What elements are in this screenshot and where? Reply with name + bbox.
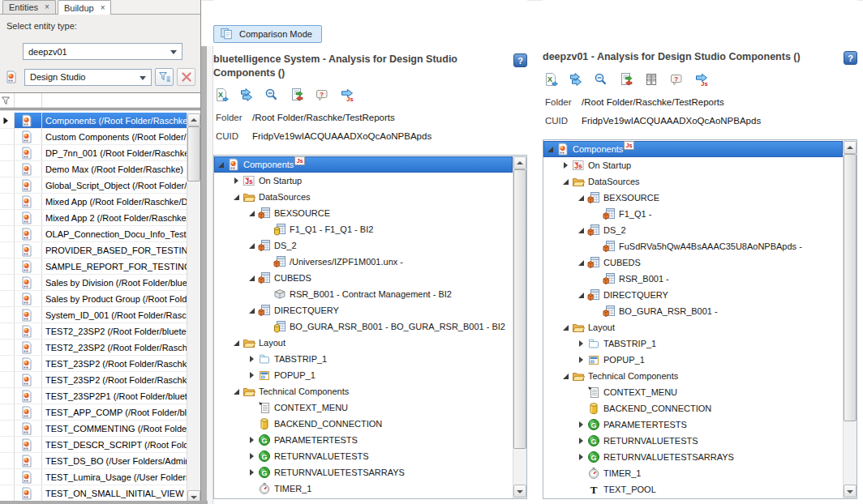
scrollbar-thumb[interactable] xyxy=(187,126,200,182)
tree-row[interactable]: DS_2 xyxy=(543,222,843,238)
scroll-up-button[interactable] xyxy=(513,156,526,169)
list-item[interactable]: DP_7nn_001 (/Root Folder/Raschke/T xyxy=(0,145,200,161)
tab-close-icon[interactable]: × xyxy=(101,4,105,12)
tree-row[interactable]: DIRECTQUERY xyxy=(543,287,843,303)
tree-row[interactable]: BEXSOURCE xyxy=(543,190,843,206)
question-bubble-icon[interactable]: ? xyxy=(668,72,685,87)
tree-row[interactable]: BO_GURA_RSR_B001 - xyxy=(543,303,843,319)
help-button[interactable]: ? xyxy=(513,53,527,67)
scroll-down-button[interactable] xyxy=(187,490,200,503)
expand-expander-icon[interactable] xyxy=(230,177,243,184)
tree-row[interactable]: GRETURNVALUETESTSARRAYS xyxy=(214,464,513,481)
expand-expander-icon[interactable] xyxy=(245,437,258,443)
tree-row[interactable]: DataSources xyxy=(543,173,843,190)
scroll-up-button[interactable] xyxy=(844,141,857,154)
collapse-expander-icon[interactable] xyxy=(559,374,572,379)
tree-row[interactable]: CONTEXT_MENU xyxy=(543,384,843,400)
collapse-expander-icon[interactable] xyxy=(574,260,587,266)
expand-expander-icon[interactable] xyxy=(245,356,258,362)
filter-cell-text[interactable] xyxy=(42,93,200,108)
tree-row[interactable]: BACKEND_CONNECTION xyxy=(543,400,843,416)
entity-type-dropdown[interactable]: Design Studio xyxy=(24,69,152,86)
list-item[interactable]: TEST_ON_SMALL_INITIAL_VIEW (/Rc xyxy=(0,485,200,502)
tree-row[interactable]: ComponentsJs xyxy=(214,156,513,173)
expand-expander-icon[interactable] xyxy=(245,453,258,459)
tab-entities[interactable]: Entities× xyxy=(2,0,56,14)
list-item[interactable]: Mixed App (/Root Folder/Raschke/De xyxy=(0,194,200,210)
collapse-expander-icon[interactable] xyxy=(245,275,258,281)
tree-row[interactable]: Technical Components xyxy=(543,368,843,384)
collapse-expander-icon[interactable] xyxy=(230,194,243,200)
filter-button[interactable] xyxy=(155,68,174,86)
question-bubble-icon[interactable]: ? xyxy=(314,88,330,102)
grid-filter-row[interactable] xyxy=(0,93,200,110)
tree-row[interactable]: TABSTRIP_1 xyxy=(214,351,513,367)
list-item[interactable]: TEST_DS_BO (/User Folders/Administ xyxy=(0,453,200,469)
scroll-down-button[interactable] xyxy=(513,485,526,498)
tree-row[interactable]: TIMER_1 xyxy=(543,465,843,481)
tree-row[interactable]: FuSdRVa5hQwA4BsAAAC35U8AoNPBApds - xyxy=(543,238,843,254)
list-item[interactable]: TEST_APP_COMP (/Root Folder/bluet xyxy=(0,404,200,421)
tree-row[interactable]: CUBEDS xyxy=(214,270,513,286)
tree-row[interactable]: POPUP_1 xyxy=(543,352,843,368)
list-item[interactable]: Mixed App 2 (/Root Folder/Raschke/D xyxy=(0,210,200,226)
list-item[interactable]: PROVIDER_BASED_FOR_TESTING (/F xyxy=(0,242,200,258)
expand-expander-icon[interactable] xyxy=(574,454,587,460)
list-item[interactable]: Sales by Product Group (/Root Folder xyxy=(0,291,200,307)
list-item[interactable]: Demo Max (/Root Folder/Raschke) xyxy=(0,161,200,177)
tree-row[interactable]: Layout xyxy=(543,319,843,335)
tree-row[interactable]: Technical Components xyxy=(214,383,513,399)
tree-row[interactable]: ComponentsJs xyxy=(543,141,843,157)
collapse-expander-icon[interactable] xyxy=(214,162,227,168)
expand-expander-icon[interactable] xyxy=(245,372,258,378)
tree-row[interactable]: POPUP_1 xyxy=(214,367,513,383)
tree-row[interactable]: JsOn Startup xyxy=(543,157,843,173)
tree-row[interactable]: /Universes/IZPF1M001.unx - xyxy=(214,254,513,270)
help-button[interactable]: ? xyxy=(844,51,857,65)
entity-list-scrollbar[interactable] xyxy=(187,113,200,504)
comparison-mode-button[interactable]: Comparison Mode xyxy=(213,25,322,43)
system-dropdown[interactable]: deepzv01 xyxy=(23,43,182,60)
scroll-down-button[interactable] xyxy=(844,485,857,498)
tree-row[interactable]: JsOn Startup xyxy=(214,173,513,189)
collapse-expander-icon[interactable] xyxy=(574,195,587,201)
list-item[interactable]: Global_Script_Object (/Root Folder/R xyxy=(0,177,200,194)
tree-row[interactable]: BACKEND_CONNECTION xyxy=(214,416,513,432)
tree-row[interactable]: CUBEDS xyxy=(543,254,843,271)
collapse-expander-icon[interactable] xyxy=(559,179,572,185)
tree-row[interactable]: CONTEXT_MENU xyxy=(214,399,513,416)
tree-row[interactable]: GRETURNVALUETESTSARRAYS xyxy=(543,449,843,465)
tree-row[interactable]: GPARAMETERTESTS xyxy=(543,416,843,433)
list-item[interactable]: TEST_23SP2 (/Root Folder/Raschke/L xyxy=(0,372,200,388)
list-item[interactable]: TEST_DESCR_SCRIPT (/Root Folder/F xyxy=(0,437,200,453)
expand-expander-icon[interactable] xyxy=(245,469,258,476)
expand-expander-icon[interactable] xyxy=(574,438,587,444)
tree-scrollbar[interactable] xyxy=(513,156,526,498)
list-item[interactable]: Components (/Root Folder/Raschke/T xyxy=(0,113,200,129)
list-item[interactable]: Custom Components (/Root Folder/Ra xyxy=(0,129,200,145)
tree-row[interactable]: DS_2 xyxy=(214,237,513,254)
collapse-expander-icon[interactable] xyxy=(245,308,258,314)
collapse-expander-icon[interactable] xyxy=(230,389,243,395)
expand-expander-icon[interactable] xyxy=(574,357,587,363)
panel-splitter[interactable] xyxy=(201,46,207,504)
collapse-expander-icon[interactable] xyxy=(543,147,556,152)
tree-row[interactable]: DIRECTQUERY xyxy=(214,302,513,318)
tree-row[interactable]: GRETURNVALUETESTS xyxy=(543,433,843,449)
list-item[interactable]: TEST_23SP2P1 (/Root Folder/bluetelli xyxy=(0,388,200,404)
list-item[interactable]: TEST2_23SP2 (/Root Folder/bluetellig xyxy=(0,323,200,340)
transfer-arrows-icon[interactable] xyxy=(238,88,255,102)
excel-export-icon[interactable]: X xyxy=(213,88,230,102)
tree-row[interactable]: BEXSOURCE xyxy=(214,205,513,221)
tree-row[interactable]: TABSTRIP_1 xyxy=(543,335,843,352)
list-item[interactable]: System_ID_001 (/Root Folder/Raschk xyxy=(0,307,200,323)
list-item[interactable]: Sales by Division (/Root Folder/bluete xyxy=(0,275,200,291)
tab-buildup[interactable]: Buildup× xyxy=(58,0,112,15)
tree-row[interactable]: GRETURNVALUETESTS xyxy=(214,448,513,464)
collapse-expander-icon[interactable] xyxy=(245,211,258,216)
tree-row[interactable]: GPARAMETERTESTS xyxy=(214,432,513,448)
doc-exchange-icon[interactable] xyxy=(289,88,305,102)
list-item[interactable]: OLAP_Connection_Docu_Info_Test (/ xyxy=(0,226,200,242)
expand-expander-icon[interactable] xyxy=(574,421,587,428)
tree-row[interactable]: BO_GURA_RSR_B001 - BO_GURA_RSR_B001 - BI… xyxy=(214,318,513,335)
